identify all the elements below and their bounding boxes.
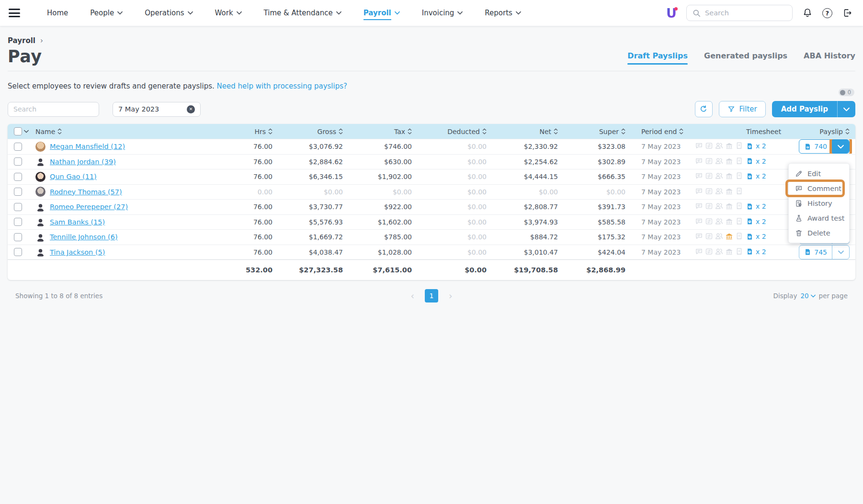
tax-value: $630.00 bbox=[343, 158, 412, 166]
timesheet-link[interactable]: x 2 bbox=[746, 172, 766, 180]
clear-date-icon[interactable]: ✕ bbox=[187, 105, 195, 113]
nav-item-operations[interactable]: Operations bbox=[145, 9, 193, 17]
menu-item-history[interactable]: History bbox=[789, 196, 849, 211]
payslip-number-button[interactable]: 740 bbox=[799, 140, 832, 153]
help-icon[interactable]: ? bbox=[822, 8, 832, 18]
employee-name-link[interactable]: Nathan Jordan (39) bbox=[50, 158, 116, 166]
employee-name-link[interactable]: Megan Mansfield (12) bbox=[50, 143, 125, 150]
gross-value: $4,038.47 bbox=[273, 248, 343, 256]
column-header-tax[interactable]: Tax bbox=[394, 128, 412, 135]
add-payslip-button[interactable]: Add Payslip bbox=[772, 101, 837, 117]
column-header-super[interactable]: Super bbox=[599, 128, 625, 135]
menu-item-comment[interactable]: Comment bbox=[789, 181, 849, 196]
nav-item-payroll[interactable]: Payroll bbox=[363, 9, 400, 17]
payslip-number-button[interactable]: 745 bbox=[799, 246, 832, 259]
person-silhouette-icon bbox=[36, 203, 45, 212]
tab-generated-payslips[interactable]: Generated payslips bbox=[704, 51, 787, 60]
payslip-dropdown-toggle[interactable] bbox=[832, 246, 849, 259]
table-row: Tina Jackson (5) 76.00 $4,038.47 $1,028.… bbox=[8, 245, 855, 260]
row-checkbox[interactable] bbox=[14, 173, 22, 181]
total-hrs: 532.00 bbox=[227, 266, 273, 274]
table-search-field[interactable] bbox=[8, 102, 99, 117]
column-header-net[interactable]: Net bbox=[539, 128, 558, 135]
super-value: $0.00 bbox=[558, 188, 625, 196]
employee-name-link[interactable]: Qun Gao (11) bbox=[50, 173, 97, 180]
timesheet-link[interactable]: x 2 bbox=[746, 157, 766, 165]
totals-row: 532.00 $27,323.58 $7,615.00 $0.00 $19,70… bbox=[8, 259, 855, 280]
timesheet-link[interactable]: x 2 bbox=[746, 233, 766, 240]
employee-name-link[interactable]: Sam Banks (15) bbox=[50, 218, 105, 226]
select-all-checkbox[interactable] bbox=[14, 127, 22, 135]
column-header-hrs[interactable]: Hrs bbox=[254, 128, 273, 135]
breadcrumb-payroll[interactable]: Payroll bbox=[8, 36, 35, 45]
employee-name-link[interactable]: Tina Jackson (5) bbox=[50, 248, 105, 256]
employee-name-link[interactable]: Rodney Thomas (57) bbox=[50, 188, 122, 196]
nav-item-reports[interactable]: Reports bbox=[485, 9, 521, 17]
hamburger-menu-icon[interactable] bbox=[9, 9, 20, 17]
logout-icon[interactable] bbox=[842, 8, 852, 18]
tab-draft-payslips[interactable]: Draft Payslips bbox=[627, 51, 688, 60]
page-size-dropdown[interactable]: 20 bbox=[800, 292, 815, 300]
global-search[interactable] bbox=[686, 5, 793, 21]
timesheet-link[interactable]: x 2 bbox=[746, 248, 766, 256]
payslips-table: Name Hrs Gross Tax Deducted Net Super Pe… bbox=[8, 124, 855, 280]
menu-item-edit[interactable]: Edit bbox=[789, 166, 849, 181]
column-header-deducted[interactable]: Deducted bbox=[447, 128, 487, 135]
nav-item-work[interactable]: Work bbox=[215, 9, 242, 17]
total-gross: $27,323.58 bbox=[273, 266, 343, 274]
timesheet-icon bbox=[746, 173, 753, 180]
tab-aba-history[interactable]: ABA History bbox=[804, 51, 855, 60]
menu-item-delete[interactable]: Delete bbox=[789, 225, 849, 240]
column-header-name[interactable]: Name bbox=[35, 128, 62, 135]
help-processing-payslips-link[interactable]: Need help with processing payslips? bbox=[217, 82, 347, 90]
next-page-icon[interactable]: › bbox=[449, 291, 453, 301]
column-header-gross[interactable]: Gross bbox=[318, 128, 343, 135]
receipt-indicator-icon bbox=[735, 202, 743, 210]
nav-item-people[interactable]: People bbox=[90, 9, 123, 17]
net-value: $884.72 bbox=[487, 233, 558, 241]
bank-indicator-icon bbox=[725, 187, 733, 195]
nav-item-time-attendance[interactable]: Time & Attendance bbox=[264, 9, 341, 17]
refresh-button[interactable] bbox=[695, 101, 713, 117]
period-end-value: 7 May 2023 bbox=[625, 158, 695, 166]
bank-indicator-icon[interactable] bbox=[725, 232, 733, 240]
pay-date-field[interactable]: 7 May 2023 ✕ bbox=[113, 102, 201, 117]
nav-item-home[interactable]: Home bbox=[47, 9, 68, 17]
prev-page-icon[interactable]: ‹ bbox=[410, 291, 414, 301]
filter-button[interactable]: Filter bbox=[719, 101, 766, 117]
row-checkbox[interactable] bbox=[14, 188, 22, 196]
column-header-payslip[interactable]: Payslip bbox=[819, 128, 850, 135]
menu-item-award-test[interactable]: Award test bbox=[789, 211, 849, 225]
page-number-button[interactable]: 1 bbox=[425, 289, 438, 302]
timesheet-link[interactable]: x 2 bbox=[746, 202, 766, 210]
row-checkbox[interactable] bbox=[14, 218, 22, 226]
timesheet-link[interactable]: x 2 bbox=[746, 218, 766, 225]
row-checkbox[interactable] bbox=[14, 203, 22, 211]
display-label: Display bbox=[773, 292, 797, 300]
timesheet-link[interactable]: x 2 bbox=[746, 142, 766, 150]
comment-indicator-icon bbox=[695, 157, 703, 165]
employee-name-link[interactable]: Tennille Johnson (6) bbox=[50, 233, 118, 241]
payslip-button: 745 bbox=[799, 245, 850, 259]
super-value: $424.04 bbox=[558, 248, 625, 256]
row-checkbox[interactable] bbox=[14, 143, 22, 151]
nav-item-invoicing[interactable]: Invoicing bbox=[422, 9, 463, 17]
notifications-bell-icon[interactable] bbox=[802, 8, 813, 18]
row-checkbox[interactable] bbox=[14, 248, 22, 256]
column-header-period-end[interactable]: Period end bbox=[641, 128, 683, 135]
app-logo[interactable]: U bbox=[666, 7, 677, 20]
select-options-chevron-icon[interactable] bbox=[24, 130, 29, 133]
gross-value: $3,730.77 bbox=[273, 203, 343, 211]
global-search-input[interactable] bbox=[705, 9, 777, 17]
employee-name-link[interactable]: Romeo Perepeper (27) bbox=[50, 203, 128, 211]
payslip-dropdown-toggle[interactable] bbox=[832, 140, 849, 153]
add-payslip-dropdown-toggle[interactable] bbox=[837, 101, 855, 117]
column-header-timesheet: Timesheet bbox=[746, 128, 781, 135]
table-row: Megan Mansfield (12) 76.00 $3,076.92 $74… bbox=[8, 139, 855, 154]
row-checkbox[interactable] bbox=[14, 157, 22, 166]
payslip-button: 740 bbox=[799, 139, 850, 154]
row-checkbox[interactable] bbox=[14, 233, 22, 241]
table-search-input[interactable] bbox=[13, 105, 93, 113]
super-value: $666.35 bbox=[558, 173, 625, 180]
nav-menu: Home People Operations Work Time & Atten… bbox=[47, 9, 521, 17]
